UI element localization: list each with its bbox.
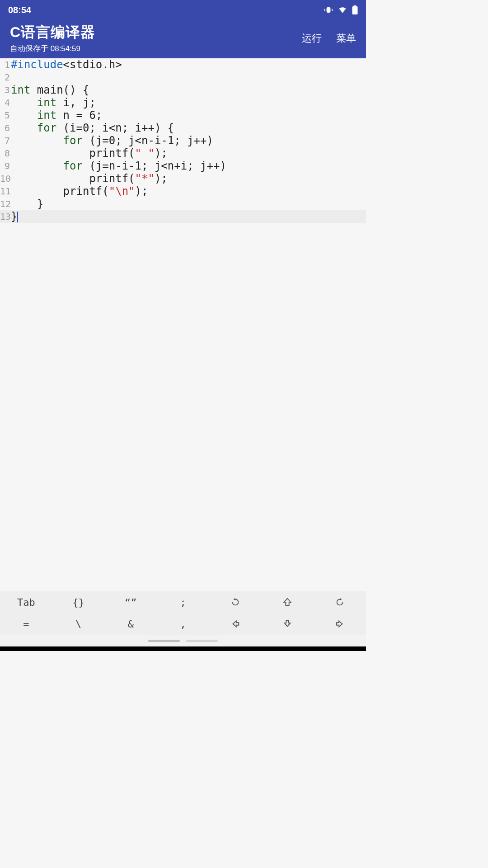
status-icons xyxy=(324,5,358,14)
line-number: 9 xyxy=(0,160,11,172)
redo-key[interactable] xyxy=(314,591,366,613)
symbol-key[interactable]: “” xyxy=(104,591,157,613)
shift-up-key[interactable] xyxy=(262,591,314,613)
svg-rect-0 xyxy=(327,7,330,13)
svg-rect-6 xyxy=(354,5,357,7)
svg-rect-1 xyxy=(326,8,327,12)
run-button[interactable]: 运行 xyxy=(302,32,322,45)
menu-button[interactable]: 菜单 xyxy=(336,32,356,45)
symbol-key[interactable]: Tab xyxy=(0,591,52,613)
code-content[interactable]: for (j=0; j<n-i-1; j++) xyxy=(11,134,366,147)
line-number: 12 xyxy=(0,198,11,210)
arrow-right-icon xyxy=(335,619,345,629)
bottom-black-bar xyxy=(0,646,366,651)
status-time: 08:54 xyxy=(8,5,31,15)
symbol-toolbar: Tab{}“”; =\&, xyxy=(0,591,366,635)
code-content[interactable]: for (i=0; i<n; i++) { xyxy=(11,122,366,134)
wifi-icon xyxy=(338,6,347,14)
symbol-key[interactable]: & xyxy=(104,613,157,635)
undo-icon xyxy=(230,597,240,607)
undo-key[interactable] xyxy=(209,591,262,613)
line-number: 6 xyxy=(0,122,11,134)
text-cursor xyxy=(17,212,18,222)
code-content[interactable]: for (j=n-i-1; j<n+i; j++) xyxy=(11,160,366,172)
symbol-key[interactable]: = xyxy=(0,613,52,635)
code-line[interactable]: 8 printf(" "); xyxy=(0,147,366,160)
line-number: 10 xyxy=(0,172,11,185)
svg-rect-4 xyxy=(332,9,333,11)
code-content[interactable]: printf("\n"); xyxy=(11,185,366,198)
code-content[interactable]: printf("*"); xyxy=(11,172,366,185)
code-line[interactable]: 5 int n = 6; xyxy=(0,109,366,122)
app-title: C语言编译器 xyxy=(10,23,95,42)
code-line[interactable]: 4 int i, j; xyxy=(0,96,366,109)
code-content[interactable]: } xyxy=(11,198,366,210)
svg-rect-2 xyxy=(331,8,332,12)
nav-pill[interactable] xyxy=(186,640,218,642)
code-editor[interactable]: 1#include<stdio.h>23int main() {4 int i,… xyxy=(0,58,366,591)
nav-pill[interactable] xyxy=(148,640,180,642)
line-number: 4 xyxy=(0,96,11,109)
code-line[interactable]: 1#include<stdio.h> xyxy=(0,58,366,71)
arrow-right-key[interactable] xyxy=(314,613,366,635)
code-line[interactable]: 2 xyxy=(0,71,366,84)
status-bar: 08:54 xyxy=(0,0,366,20)
line-number: 13 xyxy=(0,210,11,223)
symbol-key[interactable]: \ xyxy=(52,613,105,635)
line-number: 7 xyxy=(0,134,11,147)
autosave-status: 自动保存于 08:54:59 xyxy=(10,43,95,54)
shift-up-icon xyxy=(282,597,292,607)
code-line[interactable]: 11 printf("\n"); xyxy=(0,185,366,198)
code-line[interactable]: 9 for (j=n-i-1; j<n+i; j++) xyxy=(0,160,366,172)
code-content[interactable]: int n = 6; xyxy=(11,109,366,122)
android-nav-bar xyxy=(0,635,366,646)
svg-rect-3 xyxy=(324,9,325,11)
code-line[interactable]: 12 } xyxy=(0,198,366,210)
battery-icon xyxy=(352,5,358,14)
svg-rect-5 xyxy=(352,6,358,14)
code-content[interactable]: int i, j; xyxy=(11,96,366,109)
arrow-down-key[interactable] xyxy=(262,613,314,635)
app-bar: C语言编译器 自动保存于 08:54:59 运行 菜单 xyxy=(0,20,366,58)
arrow-left-key[interactable] xyxy=(209,613,262,635)
code-line[interactable]: 6 for (i=0; i<n; i++) { xyxy=(0,122,366,134)
line-number: 2 xyxy=(0,71,11,84)
code-content[interactable] xyxy=(11,71,366,84)
symbol-key[interactable]: {} xyxy=(52,591,105,613)
code-line[interactable]: 13} xyxy=(0,210,366,223)
code-line[interactable]: 7 for (j=0; j<n-i-1; j++) xyxy=(0,134,366,147)
code-content[interactable]: printf(" "); xyxy=(11,147,366,160)
code-content[interactable]: } xyxy=(11,210,366,223)
symbol-key[interactable]: , xyxy=(157,613,209,635)
line-number: 8 xyxy=(0,147,11,160)
code-content[interactable]: int main() { xyxy=(11,84,366,96)
redo-icon xyxy=(335,597,345,607)
line-number: 11 xyxy=(0,185,11,198)
code-line[interactable]: 3int main() { xyxy=(0,84,366,96)
line-number: 1 xyxy=(0,58,11,71)
vibrate-icon xyxy=(324,6,333,14)
line-number: 3 xyxy=(0,84,11,96)
arrow-down-icon xyxy=(282,619,292,629)
symbol-key[interactable]: ; xyxy=(157,591,209,613)
code-content[interactable]: #include<stdio.h> xyxy=(11,58,366,71)
code-line[interactable]: 10 printf("*"); xyxy=(0,172,366,185)
arrow-left-icon xyxy=(230,619,240,629)
line-number: 5 xyxy=(0,109,11,122)
